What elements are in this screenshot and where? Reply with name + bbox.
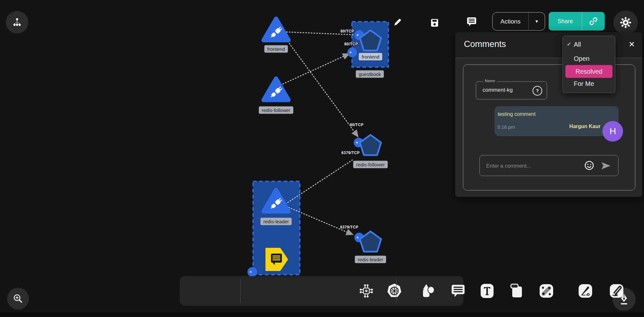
comment-time: 5:16 pm [497, 124, 515, 130]
group-label-guestbook: guestbook [356, 70, 384, 78]
comment-input[interactable] [482, 157, 583, 174]
port-1[interactable] [347, 48, 357, 57]
toolbar-divider [396, 279, 397, 303]
send-icon [601, 162, 611, 170]
pod-node-label: frontend [359, 53, 382, 61]
service-node-label: redis-leader [260, 218, 292, 225]
tool-shapes[interactable] [420, 283, 437, 299]
tool-connector[interactable] [538, 283, 555, 299]
port-dot [350, 52, 351, 53]
port-dot [250, 271, 252, 273]
frame-tool-icon [509, 283, 524, 299]
filter-option-for-me[interactable]: For Me [563, 79, 615, 89]
canvas-comment-marker[interactable] [264, 247, 289, 274]
name-field-label: Name [483, 79, 497, 83]
tool-frame[interactable] [508, 283, 525, 299]
pod-node-label: redis-leader [355, 256, 386, 263]
text-tool-icon [480, 283, 495, 299]
edge-port-label: 80/TCP [341, 29, 354, 33]
comment-name-field[interactable]: Name comment-kg ? [476, 81, 547, 99]
filter-option-resolved[interactable]: Resolved [565, 65, 612, 78]
smiley-icon [584, 160, 594, 171]
comment-item[interactable]: testing comment5:16 pmHargun Kaur [495, 106, 619, 136]
filter-option-open[interactable]: Open [563, 53, 615, 64]
filter-option-all[interactable]: ✓All [563, 39, 615, 50]
close-icon[interactable]: ✕ [629, 40, 635, 49]
tool-comment[interactable] [450, 283, 466, 299]
emoji-picker-button[interactable] [584, 160, 594, 172]
avatar[interactable]: H [602, 121, 623, 142]
edge-port-label: 80/TCP [350, 123, 363, 127]
pod-node-redis-leader[interactable] [357, 229, 384, 256]
comments-panel-title: Comments [464, 39, 506, 49]
toolbar-divider [240, 279, 241, 303]
shapes-icon [420, 283, 437, 299]
tool-text[interactable] [479, 283, 495, 299]
tool-scribble[interactable] [608, 283, 625, 299]
tool-select-graph[interactable] [358, 283, 375, 299]
service-node-redis-follower[interactable] [262, 76, 291, 104]
pod-node-label: redis-follower [353, 161, 388, 168]
comment-tool-icon [450, 284, 466, 298]
service-node-label: redis-follower [259, 107, 293, 114]
edge-port-label: 6379/TCP [340, 225, 358, 229]
connector-tool-icon [539, 283, 554, 299]
service-node-redis-leader[interactable] [262, 188, 291, 215]
comment-composer [479, 155, 619, 176]
edge-port-label: 6379/TCP [341, 151, 360, 155]
service-node-frontend[interactable] [262, 16, 291, 44]
name-field-value: comment-kg [483, 87, 513, 93]
tool-pen[interactable] [577, 283, 594, 299]
send-comment-button[interactable] [601, 162, 611, 171]
select-graph-icon [359, 283, 374, 299]
pod-node-frontend[interactable] [357, 28, 384, 55]
bottom-toolbar [180, 276, 463, 306]
edge-port-label: 80/TCP [344, 42, 358, 46]
edge-2[interactable] [288, 41, 358, 136]
help-icon[interactable]: ? [533, 86, 542, 96]
pen-tool-icon [578, 283, 593, 299]
comment-author: Hargun Kaur [569, 124, 601, 129]
port-4[interactable] [247, 267, 257, 277]
comment-filter-menu: ✓AllOpenResolvedFor Me [562, 36, 615, 93]
kubernetes-icon [386, 283, 402, 299]
comment-text: testing comment [498, 111, 535, 117]
scribble-tool-icon [609, 283, 624, 299]
service-node-label: frontend [264, 45, 288, 53]
pod-node-redis-follower[interactable] [357, 133, 384, 160]
tool-kubernetes[interactable] [386, 283, 403, 299]
checkmark-icon: ✓ [567, 39, 571, 50]
